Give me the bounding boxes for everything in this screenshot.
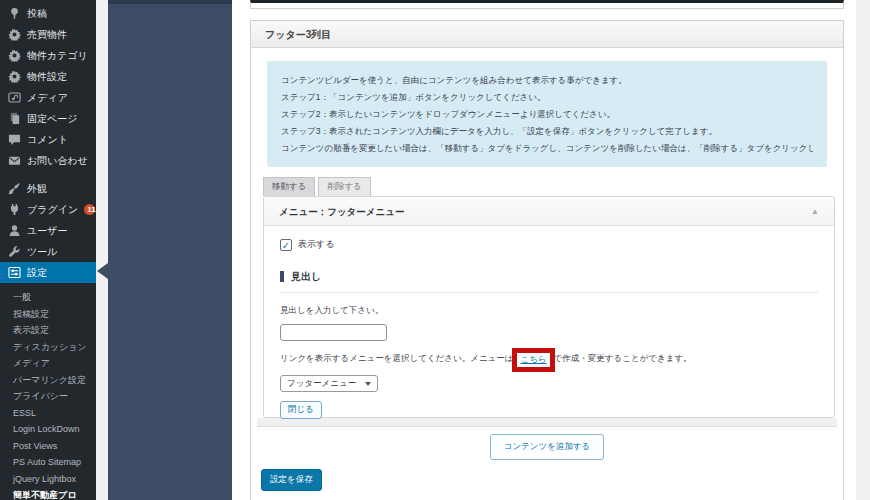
settings-icon (8, 266, 21, 279)
page-background-strip (96, 0, 108, 500)
sidebar-item-property-settings[interactable]: 物件設定 (0, 66, 96, 87)
sidebar-item-sale-properties[interactable]: 売買物件 (0, 24, 96, 45)
sidebar-item-comments[interactable]: コメント (0, 129, 96, 150)
right-background-strip (856, 0, 870, 500)
admin-sidebar: 投稿 売買物件 物件カテゴリ 物件設定 メディア 固定ページ コメント お問い (0, 0, 96, 500)
pages-icon (8, 112, 21, 125)
block-tabs: 移動する 削除する (263, 177, 843, 196)
submenu-item-permalink[interactable]: パーマリンク設定 (0, 372, 96, 389)
select-value: フッターメニュー (287, 378, 356, 390)
media-icon (8, 91, 21, 104)
menu-help-before: リンクを表示するメニューを選択してください。メニューは (280, 353, 513, 363)
chevron-down-icon (365, 382, 371, 386)
show-checkbox-row: ✓ 表示する (280, 238, 818, 251)
submenu-item-essl[interactable]: ESSL (0, 405, 96, 422)
sidebar-item-tools[interactable]: ツール (0, 241, 96, 262)
sidebar-item-label: メディア (27, 91, 68, 105)
submenu-item-kantan-fudosan-pro[interactable]: 簡単不動産プロ (0, 487, 96, 500)
sidebar-item-property-category[interactable]: 物件カテゴリ (0, 45, 96, 66)
pin-icon (8, 7, 21, 20)
panel-title: フッター3列目 (251, 21, 843, 48)
instruction-line: コンテンツの順番を変更したい場合は、「移動する」タブをドラッグし、コンテンツを削… (281, 140, 813, 157)
red-annotation-box: こちら (512, 348, 554, 372)
sidebar-item-posts[interactable]: 投稿 (0, 3, 96, 24)
show-checkbox[interactable]: ✓ (280, 239, 292, 251)
submenu-item-media[interactable]: メディア (0, 355, 96, 372)
add-content-button[interactable]: コンテンツを追加する (490, 434, 605, 460)
heading-input[interactable] (280, 324, 387, 341)
wrench-icon (8, 245, 21, 258)
sidebar-item-label: プラグイン (27, 203, 78, 217)
instruction-line: ステップ3：表示されたコンテンツ入力欄にデータを入力し、「設定を保存」ボタンをク… (281, 123, 813, 140)
plugin-icon (8, 203, 21, 216)
current-menu-arrow (97, 263, 108, 279)
previous-panel-bottom-edge (250, 0, 844, 9)
menu-help-after: で作成・変更することができます。 (554, 353, 692, 363)
sidebar-item-label: 投稿 (27, 7, 47, 21)
close-button[interactable]: 閉じる (280, 401, 322, 419)
footer-column3-panel: フッター3列目 コンテンツビルダーを使うと、自由にコンテンツを組み合わせて表示す… (250, 20, 844, 500)
sidebar-item-label: 物件カテゴリ (27, 49, 88, 63)
sidebar-item-media[interactable]: メディア (0, 87, 96, 108)
submenu-item-writing[interactable]: 投稿設定 (0, 306, 96, 323)
instruction-line: ステップ1：「コンテンツを追加」ボタンをクリックしてください。 (281, 89, 813, 106)
sidebar-item-label: 物件設定 (27, 70, 67, 84)
submenu-item-jquery-lightbox[interactable]: jQuery Lightbox (0, 471, 96, 488)
sidebar-item-label: 固定ページ (27, 112, 77, 126)
sidebar-separator (0, 171, 96, 178)
sidebar-item-users[interactable]: ユーザー (0, 220, 96, 241)
gear-icon (8, 49, 21, 62)
builder-area-bottom (257, 418, 837, 427)
theme-settings-nav-column (108, 0, 232, 500)
add-content-row: コンテンツを追加する (251, 434, 843, 460)
menu-select-help-text: リンクを表示するメニューを選択してください。メニューはこちらで作成・変更すること… (280, 353, 818, 365)
collapse-icon[interactable]: ▲ (811, 197, 819, 226)
settings-submenu: 一般 投稿設定 表示設定 ディスカッション メディア パーマリンク設定 プライバ… (0, 283, 96, 500)
sidebar-item-plugins[interactable]: プラグイン 11 (0, 199, 96, 220)
sidebar-item-label: 売買物件 (27, 28, 67, 42)
save-settings-button[interactable]: 設定を保存 (261, 469, 322, 491)
kochira-link[interactable]: こちら (520, 354, 546, 364)
tab-delete[interactable]: 削除する (318, 177, 370, 196)
sidebar-item-label: 外観 (27, 182, 47, 196)
email-icon (8, 154, 21, 167)
brush-icon (8, 182, 21, 195)
heading-section-title: 見出し (280, 271, 321, 282)
submenu-item-privacy[interactable]: プライバシー (0, 388, 96, 405)
sidebar-item-appearance[interactable]: 外観 (0, 178, 96, 199)
submenu-item-reading[interactable]: 表示設定 (0, 322, 96, 339)
submenu-item-general[interactable]: 一般 (0, 289, 96, 306)
tab-move[interactable]: 移動する (263, 177, 315, 196)
comment-icon (8, 133, 21, 146)
gear-icon (8, 28, 21, 41)
update-count-badge: 11 (84, 204, 95, 215)
submenu-item-login-lockdown[interactable]: Login LockDown (0, 421, 96, 438)
heading-input-label: 見出しを入力して下さい。 (280, 305, 818, 317)
sidebar-item-label: 設定 (27, 266, 47, 280)
block-header[interactable]: メニュー：フッターメニュー ▲ (264, 197, 834, 226)
block-header-title: メニュー：フッターメニュー (279, 197, 405, 226)
sidebar-item-label: コメント (27, 133, 68, 147)
sidebar-item-pages[interactable]: 固定ページ (0, 108, 96, 129)
submenu-item-discussion[interactable]: ディスカッション (0, 339, 96, 356)
menu-content-block: メニュー：フッターメニュー ▲ ✓ 表示する 見出し 見出しを入力して下さい。 … (263, 196, 835, 418)
sidebar-item-settings[interactable]: 設定 (0, 262, 96, 283)
submenu-item-post-views[interactable]: Post Views (0, 438, 96, 455)
gear-icon (8, 70, 21, 83)
sidebar-item-label: ユーザー (27, 224, 67, 238)
submenu-item-ps-auto-sitemap[interactable]: PS Auto Sitemap (0, 454, 96, 471)
footer-menu-select[interactable]: フッターメニュー (280, 375, 378, 392)
user-icon (8, 224, 21, 237)
sidebar-item-label: お問い合わせ (27, 154, 88, 168)
heading-section-title-row: 見出し (280, 266, 818, 293)
show-checkbox-label: 表示する (298, 238, 334, 251)
block-body: ✓ 表示する 見出し 見出しを入力して下さい。 リンクを表示するメニューを選択し… (264, 226, 834, 419)
instruction-line: コンテンツビルダーを使うと、自由にコンテンツを組み合わせて表示する事ができます。 (281, 72, 813, 89)
instruction-line: ステップ2：表示したいコンテンツをドロップダウンメニューより選択してください。 (281, 106, 813, 123)
sidebar-item-label: ツール (27, 245, 57, 259)
builder-instructions-box: コンテンツビルダーを使うと、自由にコンテンツを組み合わせて表示する事ができます。… (267, 61, 827, 167)
sidebar-item-contact[interactable]: お問い合わせ (0, 150, 96, 171)
